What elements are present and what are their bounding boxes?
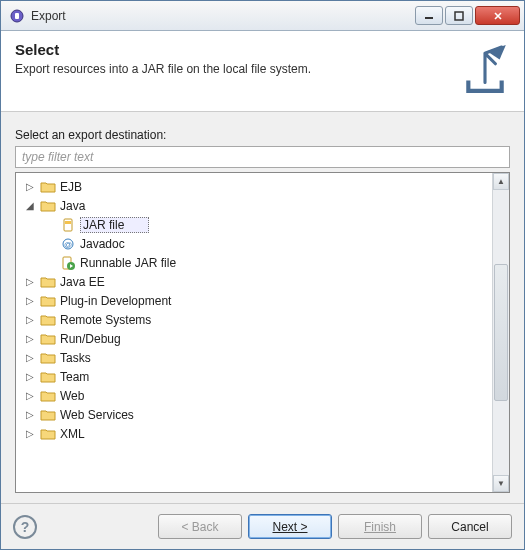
twisty-collapsed-icon[interactable]: ▷	[24, 371, 36, 383]
svg-rect-2	[425, 17, 433, 19]
tree-item[interactable]: ▷XML	[18, 424, 490, 443]
tree-item-label: EJB	[60, 180, 82, 194]
tree-item[interactable]: ·@Javadoc	[18, 234, 490, 253]
tree-item[interactable]: ▷Plug-in Development	[18, 291, 490, 310]
tree-item-label: JAR file	[80, 217, 149, 233]
close-button[interactable]	[475, 6, 520, 25]
svg-rect-5	[65, 221, 71, 224]
folder-icon	[40, 426, 56, 442]
window-buttons	[415, 6, 520, 25]
tree-item[interactable]: ▷Java EE	[18, 272, 490, 291]
tree-item[interactable]: ◢Java	[18, 196, 490, 215]
filter-input[interactable]: type filter text	[15, 146, 510, 168]
tree-item-label: Web	[60, 389, 84, 403]
finish-button-label: Finish	[364, 520, 396, 534]
svg-text:@: @	[64, 240, 72, 249]
app-icon	[9, 8, 25, 24]
tree-item-label: Java	[60, 199, 85, 213]
twisty-collapsed-icon[interactable]: ▷	[24, 428, 36, 440]
javadoc-icon: @	[60, 236, 76, 252]
twisty-collapsed-icon[interactable]: ▷	[24, 390, 36, 402]
twisty-collapsed-icon[interactable]: ▷	[24, 314, 36, 326]
finish-button[interactable]: Finish	[338, 514, 422, 539]
tree-item-label: Remote Systems	[60, 313, 151, 327]
folder-icon	[40, 407, 56, 423]
folder-icon	[40, 198, 56, 214]
tree-item[interactable]: ▷EJB	[18, 177, 490, 196]
folder-icon	[40, 388, 56, 404]
svg-rect-3	[455, 12, 463, 20]
folder-icon	[40, 179, 56, 195]
jar-icon	[60, 217, 76, 233]
tree-item-label: Run/Debug	[60, 332, 121, 346]
scrollbar[interactable]: ▲ ▼	[492, 173, 509, 492]
tree-item[interactable]: ▷Tasks	[18, 348, 490, 367]
scroll-thumb[interactable]	[494, 264, 508, 401]
titlebar[interactable]: Export	[1, 1, 524, 31]
folder-icon	[40, 312, 56, 328]
tree-item-label: Web Services	[60, 408, 134, 422]
tree-item-label: Java EE	[60, 275, 105, 289]
tree-item[interactable]: ·Runnable JAR file	[18, 253, 490, 272]
runjar-icon	[60, 255, 76, 271]
page-subtitle: Export resources into a JAR file on the …	[15, 62, 452, 76]
tree-item[interactable]: ·JAR file	[18, 215, 490, 234]
page-title: Select	[15, 41, 452, 58]
twisty-collapsed-icon[interactable]: ▷	[24, 333, 36, 345]
tree-item[interactable]: ▷Web Services	[18, 405, 490, 424]
scroll-up-button[interactable]: ▲	[493, 173, 509, 190]
tree-item-label: Javadoc	[80, 237, 125, 251]
tree-container: ▷EJB◢Java·JAR file·@Javadoc·Runnable JAR…	[15, 172, 510, 493]
tree-item-label: Tasks	[60, 351, 91, 365]
minimize-button[interactable]	[415, 6, 443, 25]
tree-item-label: Plug-in Development	[60, 294, 171, 308]
folder-icon	[40, 274, 56, 290]
export-dialog: Export Select Export resources into a JA…	[0, 0, 525, 550]
export-icon	[460, 45, 510, 95]
twisty-collapsed-icon[interactable]: ▷	[24, 276, 36, 288]
tree-item-label: XML	[60, 427, 85, 441]
wizard-body: Select an export destination: type filte…	[1, 112, 524, 503]
twisty-expanded-icon[interactable]: ◢	[24, 200, 36, 212]
folder-icon	[40, 369, 56, 385]
window-title: Export	[31, 9, 415, 23]
next-button[interactable]: Next >	[248, 514, 332, 539]
tree-item[interactable]: ▷Team	[18, 367, 490, 386]
svg-rect-1	[15, 13, 19, 19]
maximize-button[interactable]	[445, 6, 473, 25]
folder-icon	[40, 350, 56, 366]
destination-label: Select an export destination:	[15, 128, 510, 142]
tree-item[interactable]: ▷Run/Debug	[18, 329, 490, 348]
tree-item-label: Runnable JAR file	[80, 256, 176, 270]
back-button[interactable]: < Back	[158, 514, 242, 539]
tree-item[interactable]: ▷Remote Systems	[18, 310, 490, 329]
twisty-collapsed-icon[interactable]: ▷	[24, 409, 36, 421]
tree-item[interactable]: ▷Web	[18, 386, 490, 405]
scroll-down-button[interactable]: ▼	[493, 475, 509, 492]
svg-rect-4	[64, 219, 72, 231]
folder-icon	[40, 331, 56, 347]
twisty-collapsed-icon[interactable]: ▷	[24, 352, 36, 364]
help-button[interactable]: ?	[13, 515, 37, 539]
twisty-collapsed-icon[interactable]: ▷	[24, 181, 36, 193]
tree-item-label: Team	[60, 370, 89, 384]
wizard-header: Select Export resources into a JAR file …	[1, 31, 524, 112]
folder-icon	[40, 293, 56, 309]
export-tree[interactable]: ▷EJB◢Java·JAR file·@Javadoc·Runnable JAR…	[16, 173, 492, 492]
twisty-collapsed-icon[interactable]: ▷	[24, 295, 36, 307]
cancel-button[interactable]: Cancel	[428, 514, 512, 539]
wizard-footer: ? < Back Next > Finish Cancel	[1, 503, 524, 549]
next-button-label: Next >	[272, 520, 307, 534]
scroll-track[interactable]	[493, 190, 509, 475]
